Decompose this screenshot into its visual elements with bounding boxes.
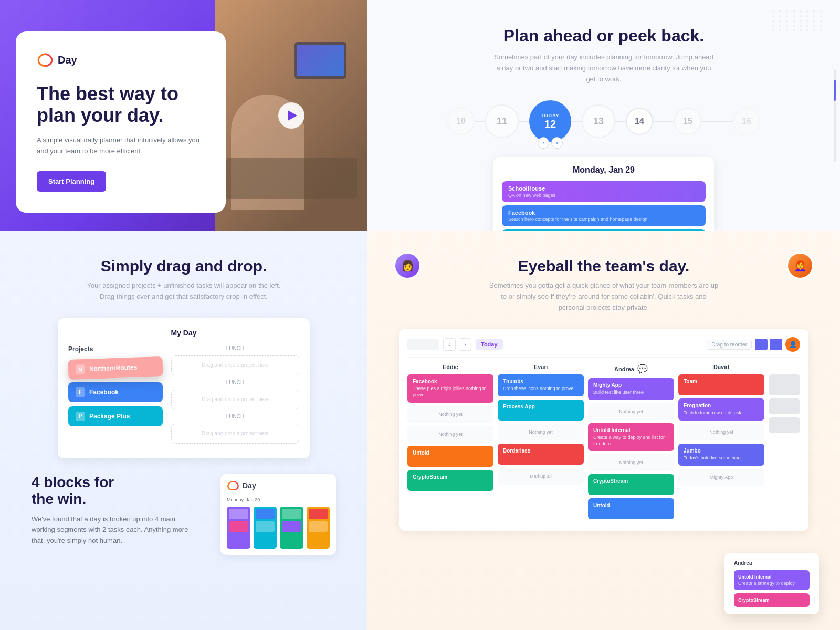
projects-label: Projects <box>68 345 163 353</box>
project-icon: P <box>76 412 85 421</box>
member-col-andrea: Andrea 💬 Mighty App Build test like user… <box>588 364 674 522</box>
slot-label: Drag and drop a project here <box>202 396 269 402</box>
member-col-evan: Evan Thumbs Drop these icons nothing to … <box>498 364 584 522</box>
mini-task <box>229 521 248 532</box>
drag-subtitle: Your assigned projects + unfinished task… <box>79 280 289 302</box>
mini-calendar: Monday, Jan 29 SchoolHouse QA on new web… <box>494 157 714 231</box>
myday-slot-3[interactable]: Drag and drop a project here <box>171 424 299 444</box>
task-empty-6: Nothing yet <box>678 424 764 440</box>
play-button[interactable] <box>278 102 304 129</box>
calendar-item-facebook: Facebook Search hero concepts for the si… <box>502 205 706 226</box>
user-avatar[interactable]: 👤 <box>785 337 800 352</box>
drag-to-reorder: Drag to reorder <box>707 340 752 350</box>
nav-arrows: ‹ › <box>538 137 563 149</box>
myday-column: LUNCH Drag and drop a project here LUNCH… <box>171 345 299 448</box>
task-desc: Create a way to deploy and list for free… <box>593 435 669 447</box>
connector <box>615 121 626 122</box>
project-item-facebook[interactable]: F Facebook <box>68 382 163 402</box>
team-avatar-left: 👩 <box>394 252 421 279</box>
drag-section: Simply drag and drop. Your assigned proj… <box>0 231 368 630</box>
screen <box>297 45 344 76</box>
task-desc: These pies airtight jollies nothing to p… <box>413 386 488 398</box>
drag-title: Simply drag and drop. <box>32 257 336 275</box>
floating-card: Andrea Untold Internal Create a strategy… <box>724 553 819 614</box>
task-mighty-app: Mighty App Build test like user three <box>588 378 674 400</box>
item-subtitle: QA on new web pages <box>508 193 699 198</box>
myday-slot-1[interactable]: Drag and drop a project here <box>171 355 299 375</box>
task-desc: Build test like user three <box>593 390 669 396</box>
next-arrow[interactable]: › <box>551 137 563 149</box>
hero-subtitle: A simple visual daily planner that intui… <box>37 135 205 157</box>
task-markup-all: Markup all <box>498 468 584 485</box>
project-name: Facebook <box>89 388 119 396</box>
project-item-northernroutes[interactable]: N NorthernRoutes <box>68 356 163 379</box>
grid-view[interactable] <box>755 339 768 350</box>
task-process-app: Process App <box>498 400 584 421</box>
board-filter[interactable] <box>407 339 439 350</box>
mini-day-app: Day Monday, Jan 29 <box>220 474 336 555</box>
mini-app-date: Monday, Jan 29 <box>227 497 330 502</box>
myday-slot-2[interactable]: Drag and drop a project here <box>171 390 299 410</box>
date-10[interactable]: 10 <box>447 108 475 135</box>
task-untold-2: Untold <box>588 498 674 519</box>
task-untold-internal: Untold Internal Create a way to deploy a… <box>588 423 674 451</box>
prev-btn[interactable]: ‹ <box>443 338 456 351</box>
item-subtitle: Search hero concepts for the site campai… <box>508 217 699 222</box>
scrollbar-thumb <box>834 80 836 101</box>
date-today[interactable]: TODAY 12 ‹ › <box>529 100 571 142</box>
date-11[interactable]: 11 <box>485 104 519 138</box>
item-name: Facebook <box>508 209 699 216</box>
mini-task <box>256 509 275 519</box>
task-cryptostream: CryptoStream <box>407 470 494 491</box>
floating-card-title: Andrea <box>734 560 810 566</box>
task-name: Facebook <box>413 379 488 384</box>
task-name: Toam <box>684 379 759 384</box>
today-button[interactable]: Today <box>476 339 503 350</box>
task-borderless: Borderless <box>498 444 584 465</box>
hero-card: Day The best way toplan your day. A simp… <box>16 32 226 213</box>
blocks-text: 4 blocks forthe win. We've found that a … <box>32 474 205 547</box>
task-mighty-app-david: Mighty App <box>678 469 764 486</box>
partial-task-2 <box>769 398 800 414</box>
connector <box>519 121 529 122</box>
task-frognation: Frognation Tech to tomorrow each task <box>678 398 764 421</box>
plan-subtitle: Sometimes part of your day includes plan… <box>494 52 714 85</box>
drag-layout: Projects N NorthernRoutes F Facebook P <box>68 345 299 448</box>
task-toam: Toam <box>678 374 764 395</box>
task-name: Frognation <box>684 403 759 408</box>
member-name-david: David <box>678 364 764 370</box>
task-desc: Tech to tomorrow each task <box>684 410 759 416</box>
myday-label: LUNCH <box>171 345 299 351</box>
date-13[interactable]: 13 <box>582 104 615 138</box>
member-name-evan: Evan <box>498 364 584 370</box>
floating-task-2: CryptoStream <box>734 593 810 607</box>
task-desc: Today's bold fire something <box>684 455 759 461</box>
day-mini-logo-icon <box>227 480 239 491</box>
projects-column: Projects N NorthernRoutes F Facebook P <box>68 345 163 448</box>
project-item-packageplus[interactable]: P Package Plus <box>68 406 163 426</box>
date-16[interactable]: 16 <box>733 108 760 135</box>
next-btn[interactable]: › <box>459 338 471 351</box>
logo-text: Day <box>58 54 77 66</box>
list-view[interactable] <box>770 339 782 350</box>
mini-task <box>256 521 275 532</box>
blocks-content: 4 blocks forthe win. We've found that a … <box>32 474 336 555</box>
date-navigation: 10 11 TODAY 12 ‹ › 13 <box>399 100 808 142</box>
block-label: LUNCH <box>171 380 299 385</box>
task-untold: Untold <box>407 446 494 467</box>
hero-image-container <box>215 0 368 231</box>
block-label: LUNCH <box>171 414 299 419</box>
connector <box>653 121 674 122</box>
desk-shape <box>226 158 357 200</box>
task-desc: Drop these icons nothing to prove <box>503 386 579 392</box>
connector <box>571 121 582 122</box>
member-col-partial: - <box>769 364 800 522</box>
task-cryptostream-2: CryptoStream <box>588 474 674 495</box>
date-14[interactable]: 14 <box>626 108 653 135</box>
plan-section: Plan ahead or peek back. Sometimes part … <box>368 0 840 231</box>
board-right-controls: Drag to reorder 👤 <box>707 337 800 352</box>
date-15[interactable]: 15 <box>674 108 701 135</box>
partial-task-1 <box>769 374 800 395</box>
prev-arrow[interactable]: ‹ <box>538 137 549 149</box>
start-planning-button[interactable]: Start Planning <box>37 171 106 192</box>
